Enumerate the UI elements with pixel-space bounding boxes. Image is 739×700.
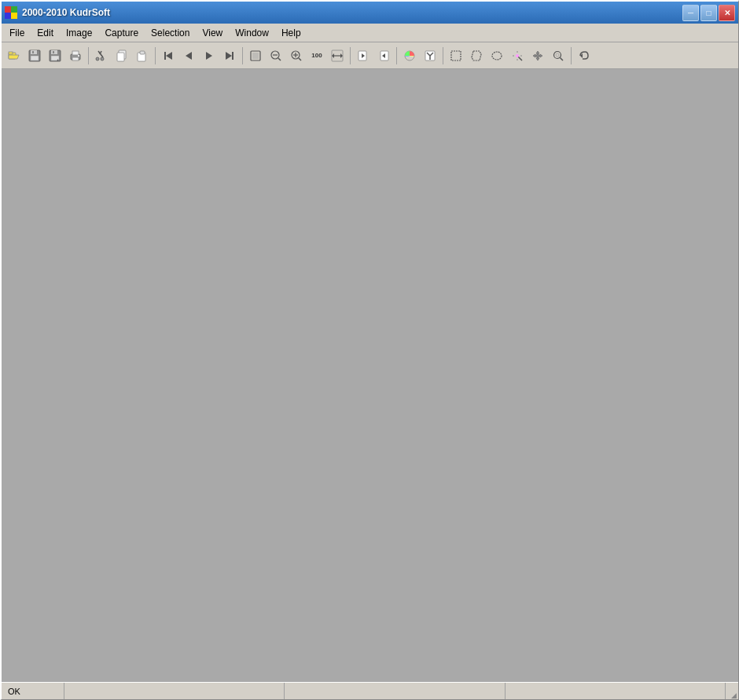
svg-marker-25: [186, 52, 192, 60]
svg-rect-4: [31, 56, 39, 60]
svg-marker-24: [166, 52, 172, 60]
svg-point-18: [101, 57, 104, 60]
status-panel-4: [506, 683, 726, 699]
fit-width-button[interactable]: [328, 46, 347, 65]
separator-7: [571, 47, 572, 64]
zoom-out-button[interactable]: [267, 46, 285, 65]
menu-selection[interactable]: Selection: [145, 24, 196, 42]
menu-image[interactable]: Image: [60, 24, 98, 42]
save-as-button[interactable]: +: [46, 46, 64, 65]
separator-1: [88, 47, 89, 64]
actual-size-button[interactable]: 100: [307, 46, 326, 65]
next-page-button[interactable]: [374, 46, 393, 65]
fit-window-button[interactable]: [246, 46, 265, 65]
svg-line-32: [278, 58, 281, 60]
save-button[interactable]: [25, 46, 44, 65]
svg-rect-5: [32, 51, 34, 53]
minimize-button[interactable]: ─: [682, 5, 699, 21]
cut-button[interactable]: [92, 46, 111, 65]
status-bar: OK ◢: [2, 682, 738, 699]
svg-rect-30: [252, 53, 259, 59]
rect-select-button[interactable]: [447, 46, 465, 65]
menu-bar: File Edit Image Capture Selection View W…: [2, 24, 738, 42]
zoom-tool-button[interactable]: [549, 46, 568, 65]
svg-line-57: [561, 57, 564, 60]
title-bar-left: 2000-2010 KudrSoft: [5, 6, 110, 19]
app-icon: [5, 6, 17, 19]
resize-corner[interactable]: ◢: [726, 683, 738, 699]
menu-capture[interactable]: Capture: [98, 24, 145, 42]
title-bar: 2000-2010 KudrSoft ─ □ ✕: [2, 2, 738, 24]
svg-rect-1: [9, 52, 13, 54]
separator-4: [350, 47, 351, 64]
svg-rect-14: [78, 55, 79, 57]
free-select-button[interactable]: [467, 46, 486, 65]
ellipse-select-button[interactable]: [487, 46, 506, 65]
svg-marker-26: [206, 52, 212, 60]
open-button[interactable]: [5, 46, 24, 65]
separator-5: [396, 47, 397, 64]
zoom-in-button[interactable]: [287, 46, 306, 65]
menu-file[interactable]: File: [3, 24, 31, 42]
first-button[interactable]: [159, 46, 178, 65]
status-panel-3: [285, 683, 505, 699]
status-panel-2: [64, 683, 285, 699]
undo-button[interactable]: [575, 46, 594, 65]
svg-point-49: [492, 52, 502, 60]
svg-marker-41: [340, 53, 343, 58]
print-button[interactable]: [66, 46, 85, 65]
title-bar-buttons: ─ □ ✕: [682, 5, 735, 21]
prev-button[interactable]: [179, 46, 198, 65]
svg-marker-28: [226, 52, 232, 60]
pan-button[interactable]: [528, 46, 547, 65]
svg-point-17: [96, 57, 99, 60]
separator-6: [443, 47, 443, 64]
menu-edit[interactable]: Edit: [31, 24, 60, 42]
menu-window[interactable]: Window: [229, 24, 275, 42]
canvas-area: [2, 69, 738, 682]
paste-button[interactable]: [133, 46, 152, 65]
svg-text:+: +: [57, 57, 60, 62]
svg-rect-13: [72, 57, 79, 60]
status-text: OK: [2, 683, 64, 699]
svg-point-58: [556, 53, 559, 57]
maximize-button[interactable]: □: [700, 5, 717, 21]
menu-view[interactable]: View: [196, 24, 229, 42]
menu-help[interactable]: Help: [275, 24, 307, 42]
last-button[interactable]: [220, 46, 239, 65]
svg-line-16: [100, 51, 101, 54]
prev-page-button[interactable]: [354, 46, 373, 65]
copy-button[interactable]: [112, 46, 131, 65]
svg-rect-12: [72, 51, 79, 55]
window-title: 2000-2010 KudrSoft: [22, 7, 110, 18]
svg-rect-9: [53, 51, 54, 53]
separator-3: [242, 47, 243, 64]
svg-rect-23: [164, 52, 166, 60]
play-button[interactable]: [200, 46, 219, 65]
gamma-button[interactable]: [421, 46, 439, 65]
svg-point-55: [516, 54, 519, 57]
toolbar: +: [2, 42, 738, 69]
svg-point-56: [554, 51, 561, 58]
separator-2: [155, 47, 156, 64]
svg-rect-20: [117, 53, 124, 61]
close-button[interactable]: ✕: [719, 5, 735, 21]
svg-rect-27: [232, 52, 233, 60]
svg-marker-40: [332, 53, 334, 58]
wand-button[interactable]: [508, 46, 527, 65]
color-button[interactable]: [400, 46, 419, 65]
svg-line-35: [299, 58, 301, 60]
svg-rect-22: [140, 51, 145, 54]
main-window: 2000-2010 KudrSoft ─ □ ✕ File Edit Image…: [0, 0, 739, 700]
svg-rect-48: [451, 51, 461, 60]
